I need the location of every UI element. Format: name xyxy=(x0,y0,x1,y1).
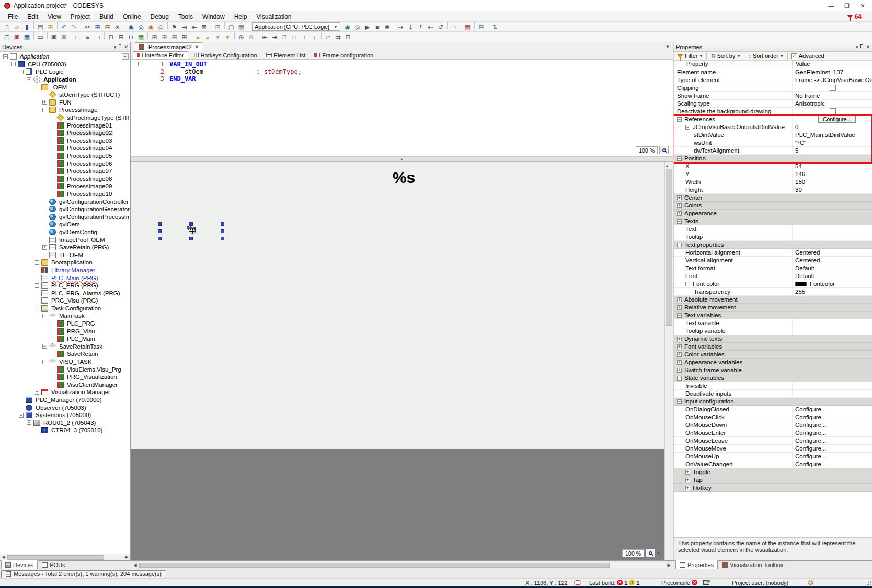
property-row-y[interactable]: Y146 xyxy=(674,170,872,178)
checkbox[interactable] xyxy=(830,85,836,91)
calendar-icon[interactable]: ▦ xyxy=(236,23,246,32)
bottom-tab-properties[interactable]: Properties xyxy=(675,560,718,569)
same-width-icon[interactable]: ⊞ xyxy=(169,33,179,42)
bookmark-next-icon[interactable]: ⇥ xyxy=(179,23,189,32)
property-row-width[interactable]: Width150 xyxy=(674,178,872,186)
zoom-button[interactable] xyxy=(646,549,655,557)
tree-item-processimage05[interactable]: ProcessImage05 xyxy=(0,152,130,160)
find-icon[interactable]: ◉ xyxy=(126,23,136,32)
editor-splitter[interactable]: ▲ xyxy=(131,157,673,162)
property-expander-icon[interactable]: + xyxy=(677,211,682,216)
property-row-texts[interactable]: −Texts xyxy=(674,217,872,225)
property-row-tap[interactable]: +Tap xyxy=(674,476,872,484)
tree-item-fun[interactable]: +FUN xyxy=(0,99,130,107)
property-row-position[interactable]: −Position xyxy=(674,155,872,163)
selection-handle[interactable] xyxy=(158,222,162,226)
property-expander-icon[interactable]: + xyxy=(685,470,690,475)
lock-elements-icon[interactable]: ▣ xyxy=(49,33,59,42)
property-row-state-variables[interactable]: −State variables xyxy=(674,374,872,382)
menu-view[interactable]: View xyxy=(43,12,66,21)
paste-icon[interactable]: ⊟ xyxy=(102,23,112,32)
tree-item-ctr04-3-705010-[interactable]: »CTR04_3 (705010) xyxy=(0,426,130,434)
tree-item-processimage09[interactable]: ProcessImage09 xyxy=(0,182,130,190)
code-line[interactable]: 1VAR_IN_OUT xyxy=(142,61,673,68)
tree-expander-icon[interactable]: − xyxy=(35,85,39,89)
tree-expander-icon[interactable]: − xyxy=(35,306,39,310)
tree-item-gvloemconfig[interactable]: gvlOemConfig xyxy=(0,228,130,236)
menu-debug[interactable]: Debug xyxy=(146,12,174,21)
property-row-onmouseup[interactable]: OnMouseUpConfigure... xyxy=(674,453,872,460)
property-expander-icon[interactable]: + xyxy=(677,352,682,357)
panel-menu-icon[interactable]: ▾ xyxy=(856,44,858,50)
maximize-icon[interactable]: ❐ xyxy=(840,1,854,10)
build-icon[interactable]: ⊡ xyxy=(213,23,223,32)
messages-tab[interactable]: Messages - Total 2 error(s), 1 warning(s… xyxy=(1,570,166,578)
zoom-button[interactable] xyxy=(659,146,669,154)
lock-frame-icon[interactable]: ▣ xyxy=(59,33,69,42)
font-color-swatch[interactable] xyxy=(795,282,807,286)
property-expander-icon[interactable]: + xyxy=(677,337,682,341)
gateway-status-icon[interactable] xyxy=(703,579,709,586)
property-expander-icon[interactable]: + xyxy=(685,478,690,482)
print-icon[interactable]: ▤ xyxy=(36,23,45,32)
tree-expander-icon[interactable]: − xyxy=(19,413,24,418)
tree-expander-icon[interactable]: + xyxy=(35,283,39,288)
property-row-onmouseenter[interactable]: OnMouseEnterConfigure... xyxy=(674,429,872,437)
property-row-onmouseleave[interactable]: OnMouseLeaveConfigure... xyxy=(674,437,872,445)
tree-expander-icon[interactable]: − xyxy=(42,108,47,112)
property-row-hotkey[interactable]: +Hotkey xyxy=(674,484,872,492)
copy-project-icon[interactable]: ⊞ xyxy=(45,23,55,32)
cloud-status-icon[interactable] xyxy=(574,579,581,586)
active-application-combo[interactable]: Application [CPU: PLC Logic] ▼ xyxy=(252,22,340,31)
tree-expander-icon[interactable]: + xyxy=(35,390,39,395)
tab-processimage02[interactable]: ProcessImage02 ✕ xyxy=(135,42,202,51)
property-value[interactable]: Configure... xyxy=(795,406,826,412)
move-down-icon[interactable]: ↓ xyxy=(309,33,319,42)
tree-item-gvlconfigurationgenerator[interactable]: gvlConfigurationGenerator xyxy=(0,205,130,213)
tree-expander-icon[interactable]: − xyxy=(27,77,31,82)
filter-funnel-icon[interactable] xyxy=(847,15,853,18)
bottom-tab-devices[interactable]: Devices xyxy=(1,560,38,569)
property-row-jcmpvisubasic-outputstdintvalue[interactable]: −JCmpVisuBasic.OutputstDintValue0 xyxy=(674,123,872,131)
property-value[interactable]: Configure... xyxy=(795,461,826,467)
bottom-tab-visualization-toolbox[interactable]: Visualization Toolbox xyxy=(718,560,787,569)
property-row-clipping[interactable]: Clipping xyxy=(674,84,872,92)
unlink-icon[interactable]: ⇌ xyxy=(323,33,333,42)
redo-icon[interactable]: ↷ xyxy=(69,23,79,32)
tree-expander-icon[interactable]: + xyxy=(42,245,47,250)
tree-item-rou01-2-705043-[interactable]: −ROU01_2 (705043) xyxy=(0,419,130,427)
value-column-label[interactable]: Value xyxy=(793,61,810,68)
bookmark-clear-icon[interactable]: ⊠ xyxy=(199,23,209,32)
dock-top-icon[interactable]: ⊓ xyxy=(280,33,290,42)
scroll-right-icon[interactable]: ▶ xyxy=(123,554,130,560)
send-backward-icon[interactable]: ▾ xyxy=(213,33,223,42)
run-to-cursor-icon[interactable]: ⇠ xyxy=(426,23,435,32)
tree-item-saveretain[interactable]: SaveRetain xyxy=(0,350,130,358)
property-expander-icon[interactable]: + xyxy=(677,344,682,349)
watch-icon[interactable]: ⊟ xyxy=(476,23,486,32)
tree-item-prg-visu-prg-[interactable]: PRG_Visu (PRG) xyxy=(0,297,130,305)
menu-file[interactable]: File xyxy=(3,12,22,21)
goto-icon[interactable]: ⇨ xyxy=(449,23,459,32)
incremental-search-icon[interactable]: ◎ xyxy=(136,23,146,32)
element-list-icon[interactable]: ▦ xyxy=(22,33,32,42)
tools-icon[interactable]: ✱ xyxy=(382,23,392,32)
subtab-hotkeys-configuration[interactable]: Hotkeys Configuration xyxy=(189,51,261,59)
scroll-up-icon[interactable]: ▲ xyxy=(665,164,669,168)
tree-item-plc-main[interactable]: PLC_Main xyxy=(0,335,130,343)
property-row-center[interactable]: +Center xyxy=(674,194,872,202)
tree-dropdown-icon[interactable]: ▼ xyxy=(122,53,129,60)
element-anchor-icon[interactable] xyxy=(190,228,196,234)
canvas-v-scrollbar[interactable]: ▲ xyxy=(664,162,673,560)
tree-item-saveretain-prg-[interactable]: +SaveRetain (PRG) xyxy=(0,244,130,251)
property-row-height[interactable]: Height30 xyxy=(674,186,872,194)
property-row-text-format[interactable]: Text formatDefault xyxy=(674,264,872,272)
multiply-icon[interactable]: ⇉ xyxy=(333,33,343,42)
property-row-transparency[interactable]: Transparency255 xyxy=(674,288,872,296)
property-expander-icon[interactable]: − xyxy=(685,282,690,286)
tree-item-systembus-705000-[interactable]: −Systembus (705000) xyxy=(0,411,130,419)
dialog-settings-icon[interactable]: ▭ xyxy=(36,33,45,42)
tree-item-plc-manager-70-0000-[interactable]: PLC_Manager (70.0000) xyxy=(0,396,130,404)
group-icon[interactable]: ⊛ xyxy=(236,33,246,42)
scroll-left-icon[interactable]: ◀ xyxy=(132,562,139,569)
